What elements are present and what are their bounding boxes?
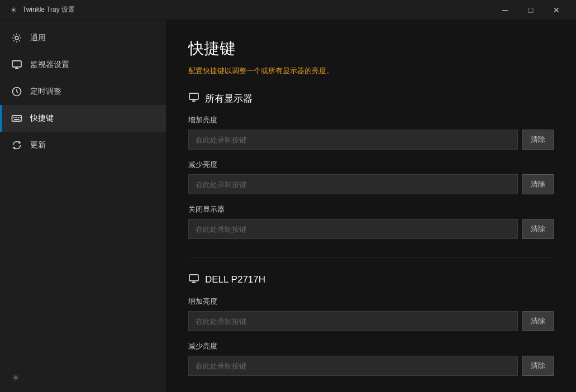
section-all-displays: 所有显示器 增加亮度 清除 减少亮度 清除 关闭显示器 xyxy=(188,92,554,239)
sidebar-item-general[interactable]: 通用 xyxy=(0,25,166,51)
field-label-all-decrease: 减少亮度 xyxy=(188,160,554,170)
sun-icon-footer: ☀ xyxy=(11,372,20,384)
field-row-all-increase: 清除 xyxy=(188,130,554,150)
all-off-clear-button[interactable]: 清除 xyxy=(522,219,554,239)
page-subtitle: 配置快捷键以调整一个或所有显示器的亮度。 xyxy=(188,66,554,76)
dell-decrease-clear-button[interactable]: 清除 xyxy=(522,356,554,376)
field-label-all-increase: 增加亮度 xyxy=(188,115,554,125)
sidebar-label-monitor: 监视器设置 xyxy=(30,60,69,70)
all-decrease-clear-button[interactable]: 清除 xyxy=(522,174,554,194)
minimize-button[interactable]: ─ xyxy=(492,0,518,20)
field-row-all-decrease: 清除 xyxy=(188,174,554,194)
field-row-dell-decrease: 清除 xyxy=(188,356,554,376)
section-title-dell: DELL P2717H xyxy=(205,274,265,285)
title-bar-left: ☀ Twinkle Tray 设置 xyxy=(9,5,75,15)
sidebar-label-general: 通用 xyxy=(30,33,46,43)
sidebar: 通用 监视器设置 xyxy=(0,20,166,392)
keyboard-icon xyxy=(11,113,22,124)
field-row-all-off: 清除 xyxy=(188,219,554,239)
sidebar-label-hotkeys: 快捷键 xyxy=(30,113,54,123)
section-header-all: 所有显示器 xyxy=(188,92,554,105)
close-button[interactable]: ✕ xyxy=(544,0,569,20)
field-group-all-decrease: 减少亮度 清除 xyxy=(188,160,554,194)
section-title-all: 所有显示器 xyxy=(205,92,253,105)
svg-rect-3 xyxy=(12,116,22,121)
sidebar-item-hotkeys[interactable]: 快捷键 xyxy=(0,105,166,132)
svg-rect-10 xyxy=(189,93,198,99)
all-decrease-input[interactable] xyxy=(188,174,518,194)
dell-increase-input[interactable] xyxy=(188,311,518,331)
sidebar-item-schedule[interactable]: 定时调整 xyxy=(0,78,166,105)
maximize-button[interactable]: □ xyxy=(518,0,544,20)
field-label-all-off: 关闭显示器 xyxy=(188,204,554,214)
sidebar-item-monitor[interactable]: 监视器设置 xyxy=(0,51,166,78)
monitor-icon xyxy=(11,59,22,70)
svg-rect-11 xyxy=(189,275,198,281)
all-increase-clear-button[interactable]: 清除 xyxy=(522,130,554,150)
section-dell: DELL P2717H 增加亮度 清除 减少亮度 清除 xyxy=(188,273,554,376)
section-monitor-icon-all xyxy=(188,92,199,105)
dell-decrease-input[interactable] xyxy=(188,356,518,376)
dell-increase-clear-button[interactable]: 清除 xyxy=(522,311,554,331)
section-divider-1 xyxy=(188,257,554,257)
section-monitor-icon-dell xyxy=(188,273,199,286)
field-group-dell-decrease: 减少亮度 清除 xyxy=(188,341,554,376)
field-group-all-increase: 增加亮度 清除 xyxy=(188,115,554,150)
field-group-all-off: 关闭显示器 清除 xyxy=(188,204,554,239)
sidebar-nav: 通用 监视器设置 xyxy=(0,20,166,364)
app-body: 通用 监视器设置 xyxy=(0,20,576,392)
field-label-dell-increase: 增加亮度 xyxy=(188,297,554,307)
svg-rect-1 xyxy=(12,61,21,67)
sidebar-item-update[interactable]: 更新 xyxy=(0,132,166,159)
title-bar: ☀ Twinkle Tray 设置 ─ □ ✕ xyxy=(0,0,576,20)
sidebar-label-update: 更新 xyxy=(30,140,46,150)
field-group-dell-increase: 增加亮度 清除 xyxy=(188,297,554,331)
field-label-dell-decrease: 减少亮度 xyxy=(188,341,554,351)
app-icon: ☀ xyxy=(9,6,18,15)
gear-icon xyxy=(11,32,22,44)
refresh-icon xyxy=(11,140,22,151)
section-header-dell: DELL P2717H xyxy=(188,273,554,286)
page-title: 快捷键 xyxy=(188,38,554,59)
title-bar-title: Twinkle Tray 设置 xyxy=(22,5,75,15)
all-off-input[interactable] xyxy=(188,219,518,239)
main-content: 快捷键 配置快捷键以调整一个或所有显示器的亮度。 所有显示器 增加亮度 清除 xyxy=(166,20,576,392)
all-increase-input[interactable] xyxy=(188,130,518,150)
field-row-dell-increase: 清除 xyxy=(188,311,554,331)
svg-point-0 xyxy=(15,36,18,40)
sidebar-label-schedule: 定时调整 xyxy=(30,87,61,97)
window-controls: ─ □ ✕ xyxy=(492,0,569,20)
clock-icon xyxy=(11,86,22,97)
sidebar-footer: ☀ xyxy=(0,364,166,392)
